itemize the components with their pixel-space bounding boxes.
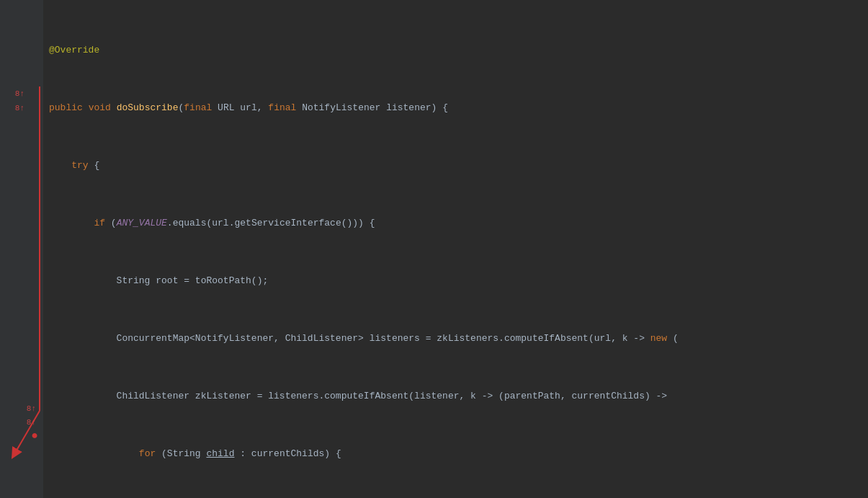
gutter-row-13 xyxy=(0,170,43,184)
code-content: @Override public void doSubscribe(final … xyxy=(43,0,868,498)
code-area[interactable]: @Override public void doSubscribe(final … xyxy=(43,0,868,498)
code-line-8: for (String child : currentChilds) { xyxy=(49,447,868,461)
gutter-row-17 xyxy=(0,224,43,238)
code-line-5: String root = toRootPath(); xyxy=(49,274,868,288)
gutter-row-5 xyxy=(0,58,43,72)
gutter-row-1 xyxy=(0,0,43,14)
gutter-row-7: 8↑ xyxy=(0,86,43,101)
gutter-row-26 xyxy=(0,347,43,361)
gutter-row-8: 8↑ xyxy=(0,101,43,115)
gutter-row-11 xyxy=(0,143,43,156)
gutter-row-31: 8↑ xyxy=(0,415,43,429)
gutter-row-19 xyxy=(0,252,43,265)
code-line-1: @Override xyxy=(49,43,868,58)
gutter-row-18 xyxy=(0,238,43,252)
gutter-row-28 xyxy=(0,375,43,388)
gutter-row-12 xyxy=(0,156,43,170)
gutter-row-2 xyxy=(0,14,43,29)
code-line-6: ConcurrentMap<NotifyListener, ChildListe… xyxy=(49,332,868,346)
gutter-row-29 xyxy=(0,388,43,401)
gutter-row-22 xyxy=(0,293,43,306)
gutter: 8↑ 8↑ 8↑ 8↑ xyxy=(0,0,43,498)
gutter-row-15 xyxy=(0,197,43,211)
gutter-row-10 xyxy=(0,129,43,143)
gutter-row-32: ● xyxy=(0,429,43,443)
gutter-row-21 xyxy=(0,279,43,293)
editor: 8↑ 8↑ 8↑ 8↑ xyxy=(0,0,868,498)
gutter-row-14 xyxy=(0,184,43,197)
code-line-2: public void doSubscribe(final URL url, f… xyxy=(49,101,868,115)
gutter-row-36 xyxy=(0,484,43,498)
gutter-row-30: 8↑ xyxy=(0,401,43,415)
gutter-row-9 xyxy=(0,115,43,129)
gutter-row-24 xyxy=(0,320,43,334)
gutter-row-27 xyxy=(0,361,43,375)
code-line-3: try { xyxy=(49,159,868,173)
gutter-row-4 xyxy=(0,43,43,58)
gutter-row-34 xyxy=(0,457,43,471)
gutter-row-20 xyxy=(0,265,43,279)
code-line-7: ChildListener zkListener = listeners.com… xyxy=(49,389,868,404)
gutter-row-35 xyxy=(0,471,43,484)
gutter-row-16 xyxy=(0,210,43,224)
code-line-4: if (ANY_VALUE.equals(url.getServiceInter… xyxy=(49,216,868,231)
gutter-row-23 xyxy=(0,306,43,320)
gutter-row-33 xyxy=(0,443,43,457)
gutter-row-25 xyxy=(0,334,43,347)
gutter-row-3 xyxy=(0,29,43,43)
gutter-row-6 xyxy=(0,72,43,86)
